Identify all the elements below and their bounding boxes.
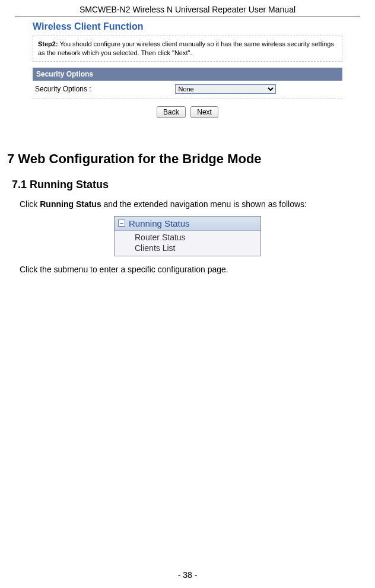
- p1-part-c: and the extended navigation menu is show…: [101, 199, 307, 209]
- nav-submenu: Router Status Clients List: [115, 231, 260, 256]
- nav-head-label: Running Status: [129, 218, 190, 228]
- nav-item-clients-list[interactable]: Clients List: [135, 243, 260, 253]
- security-options-label: Security Options :: [35, 85, 175, 93]
- collapse-icon[interactable]: −: [118, 220, 125, 227]
- wireless-client-panel: Wireless Client Function Step2: You shou…: [30, 18, 345, 125]
- step-label: Step2:: [38, 40, 58, 47]
- p1-bold: Running Status: [40, 199, 101, 209]
- paragraph-2: Click the submenu to enter a specific co…: [20, 265, 375, 274]
- next-button[interactable]: Next: [190, 106, 218, 118]
- step-text: You should configure your wireless clien…: [38, 40, 334, 56]
- step-instruction-box: Step2: You should configure your wireles…: [33, 36, 342, 62]
- section-7-1-heading: 7.1 Running Status: [12, 179, 375, 191]
- security-options-header: Security Options: [33, 68, 342, 81]
- navigation-menu-screenshot: − Running Status Router Status Clients L…: [114, 216, 261, 256]
- back-button[interactable]: Back: [157, 106, 186, 118]
- panel-heading: Wireless Client Function: [33, 20, 342, 36]
- document-header: SMCWEB-N2 Wireless N Universal Repeater …: [15, 0, 360, 17]
- p1-part-a: Click: [20, 199, 40, 209]
- nav-item-router-status[interactable]: Router Status: [135, 232, 260, 243]
- section-7-heading: 7 Web Configuration for the Bridge Mode: [7, 151, 375, 167]
- paragraph-1: Click Running Status and the extended na…: [20, 199, 375, 209]
- security-options-select[interactable]: None: [175, 84, 276, 94]
- nav-menu-header[interactable]: − Running Status: [115, 217, 260, 231]
- button-row: Back Next: [33, 99, 342, 118]
- page-number: - 38 -: [0, 570, 375, 580]
- security-options-row: Security Options : None: [33, 81, 342, 99]
